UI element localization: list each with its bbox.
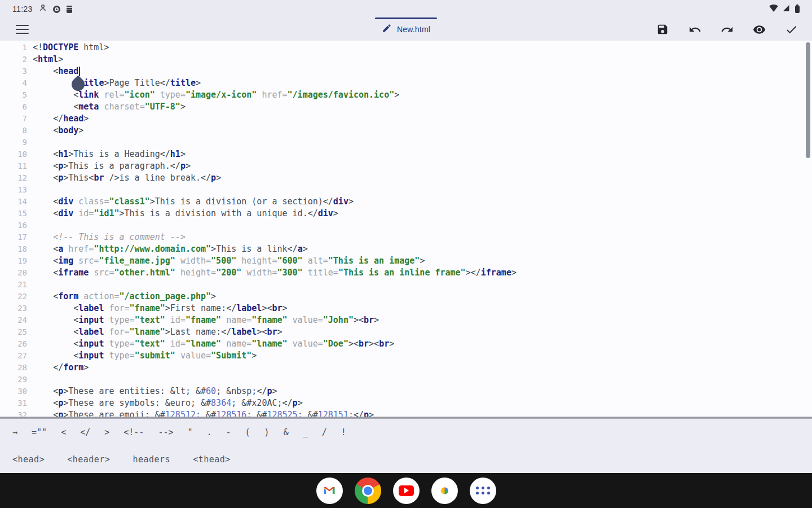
- code-text: [27, 137, 33, 148]
- code-line[interactable]: 9: [0, 137, 812, 148]
- code-line[interactable]: 21: [0, 279, 812, 291]
- cell-signal-icon: [782, 4, 790, 14]
- code-line[interactable]: 18 <a href="http://www.domain.com">This …: [0, 243, 812, 255]
- code-line[interactable]: 11 <p>This is a paragraph.</p>: [0, 160, 812, 172]
- redo-button[interactable]: [720, 23, 734, 36]
- symbol-button[interactable]: &: [278, 424, 294, 441]
- code-text: <head: [27, 65, 80, 77]
- tab-new-html[interactable]: New.html: [375, 18, 437, 41]
- symbol-button[interactable]: /: [316, 424, 333, 441]
- youtube-play-badge: [399, 485, 414, 496]
- save-button[interactable]: [656, 23, 669, 36]
- code-line[interactable]: 13: [0, 184, 812, 196]
- code-line[interactable]: 1<!DOCTYPE html>: [0, 42, 812, 54]
- code-line[interactable]: 4 <title>Page Title</title>: [0, 77, 812, 89]
- text-cursor: [79, 67, 80, 76]
- code-text: [27, 279, 33, 291]
- symbol-button[interactable]: ": [182, 424, 198, 441]
- code-line[interactable]: 19 <img src="file_name.jpg" width="500" …: [0, 255, 812, 267]
- suggestion-chip[interactable]: headers: [126, 451, 177, 468]
- line-number: 16: [0, 220, 27, 231]
- line-number: 1: [0, 42, 27, 54]
- code-line[interactable]: 22 <form action="/action_page.php">: [0, 291, 812, 303]
- code-line[interactable]: 7 </head>: [0, 113, 812, 125]
- symbol-button[interactable]: -->: [152, 424, 179, 441]
- code-line[interactable]: 25 <label for="lname">Last name:</label>…: [0, 326, 812, 338]
- chrome-icon[interactable]: [355, 478, 381, 504]
- code-line[interactable]: 30 <p>These are entities: &lt; &#60; &nb…: [0, 386, 812, 397]
- code-text: [27, 184, 33, 196]
- code-line[interactable]: 12 <p>This<br />is a line break.</p>: [0, 172, 812, 184]
- code-text: [27, 220, 33, 231]
- code-text: </form>: [27, 362, 89, 374]
- code-text: <meta charset="UTF-8">: [27, 101, 186, 113]
- line-number: 23: [0, 303, 27, 314]
- save-icon: [656, 23, 669, 36]
- storage-icon: [67, 6, 72, 13]
- code-line[interactable]: 32 <p>These are emoji: &#128512; &#12851…: [0, 409, 812, 417]
- google-photos-icon[interactable]: [431, 478, 458, 504]
- code-text: <label for="fname">First name:</label><b…: [27, 303, 288, 314]
- gmail-icon[interactable]: [316, 478, 343, 504]
- symbol-button[interactable]: </: [74, 424, 96, 441]
- code-line[interactable]: 26 <input type="text" id="lname" name="l…: [0, 338, 812, 350]
- code-line[interactable]: 31 <p>These are symbols: &euro; &#8364; …: [0, 397, 812, 409]
- code-line[interactable]: 5 <link rel="icon" type="image/x-icon" h…: [0, 89, 812, 101]
- code-text: <html>: [27, 54, 63, 65]
- app-toolbar: New.html: [0, 18, 812, 41]
- tab-title: New.html: [397, 25, 430, 34]
- done-button[interactable]: [784, 23, 798, 36]
- code-line[interactable]: 16: [0, 220, 812, 231]
- suggestion-chip[interactable]: <head>: [6, 451, 51, 468]
- symbol-button[interactable]: !: [336, 424, 352, 441]
- symbol-button[interactable]: (: [240, 424, 256, 441]
- youtube-icon[interactable]: [393, 478, 420, 504]
- code-text: <title>Page Title</title>: [27, 77, 201, 89]
- line-number: 30: [0, 386, 27, 397]
- code-line[interactable]: 8 <body>: [0, 125, 812, 137]
- line-number: 26: [0, 338, 27, 350]
- code-line[interactable]: 20 <iframe src="other.html" height="200"…: [0, 267, 812, 279]
- symbol-button[interactable]: .: [201, 424, 218, 441]
- hamburger-menu-icon[interactable]: [16, 25, 29, 34]
- symbol-button[interactable]: _: [297, 424, 314, 441]
- code-editor[interactable]: 1<!DOCTYPE html>2<html>3 <head4 <title>P…: [0, 41, 812, 417]
- code-line[interactable]: 14 <div class="class1">This is a divisio…: [0, 196, 812, 208]
- code-text: <body>: [27, 125, 83, 137]
- code-text: <img src="file_name.jpg" width="500" hei…: [27, 255, 425, 267]
- symbol-button[interactable]: →: [7, 424, 23, 441]
- code-text: <h1>This is a Heading</h1>: [27, 148, 186, 160]
- code-line[interactable]: 2<html>: [0, 54, 812, 65]
- symbol-button[interactable]: <: [55, 424, 72, 441]
- symbol-button[interactable]: <!--: [118, 424, 149, 441]
- line-number: 7: [0, 113, 27, 125]
- symbol-button[interactable]: ="": [26, 424, 52, 441]
- autocomplete-bar: <head><header>headers<thead>: [0, 446, 812, 473]
- code-text: <label for="lname">Last name:</label><br…: [27, 326, 283, 338]
- suggestion-chip[interactable]: <thead>: [186, 451, 237, 468]
- code-line[interactable]: 27 <input type="submit" value="Submit">: [0, 350, 812, 362]
- code-line[interactable]: 15 <div id="id1">This is a division with…: [0, 208, 812, 220]
- code-line[interactable]: 10 <h1>This is a Heading</h1>: [0, 148, 812, 160]
- app-drawer-icon[interactable]: [470, 478, 496, 504]
- line-number: 5: [0, 89, 27, 101]
- code-line[interactable]: 28 </form>: [0, 362, 812, 374]
- code-line[interactable]: 24 <input type="text" id="fname" name="f…: [0, 314, 812, 326]
- code-line[interactable]: 23 <label for="fname">First name:</label…: [0, 303, 812, 314]
- code-lines: 1<!DOCTYPE html>2<html>3 <head4 <title>P…: [0, 42, 812, 417]
- clock: 11:23: [12, 5, 33, 14]
- symbol-button[interactable]: >: [99, 424, 115, 441]
- line-number: 2: [0, 54, 27, 65]
- code-line[interactable]: 6 <meta charset="UTF-8">: [0, 101, 812, 113]
- preview-button[interactable]: [752, 23, 766, 36]
- editor-scrollbar[interactable]: [806, 42, 810, 158]
- dock: [0, 473, 812, 508]
- code-line[interactable]: 29: [0, 374, 812, 386]
- symbol-button[interactable]: -: [220, 424, 237, 441]
- check-icon: [785, 23, 798, 36]
- suggestion-chip[interactable]: <header>: [60, 451, 117, 468]
- code-line[interactable]: 3 <head: [0, 65, 812, 77]
- code-line[interactable]: 17 <!-- This is a comment -->: [0, 231, 812, 243]
- symbol-button[interactable]: ): [259, 424, 275, 441]
- undo-button[interactable]: [688, 23, 701, 36]
